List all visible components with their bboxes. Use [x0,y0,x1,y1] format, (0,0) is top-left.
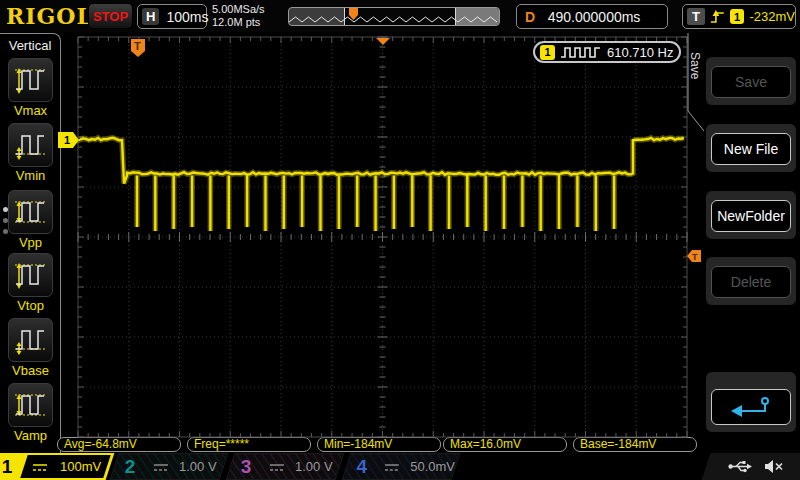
channel-4-number: 4 [347,456,376,478]
menu-tab-outline [684,33,706,133]
channel-3-block[interactable]: 3 1.00 V [226,453,345,480]
counter-value: 610.710 Hz [607,45,674,60]
channel-2-number: 2 [115,456,145,478]
frequency-counter: 1 610.710 Hz [533,41,681,63]
channel-3-scale: 1.00 V [295,459,333,474]
channel-status-bar: 1 100mV 2 1.00 V 3 1.00 V 4 50.0mV [0,453,800,480]
speaker-muted-icon [764,459,784,474]
channel-4-block[interactable]: 4 50.0mV [342,453,461,480]
dc-coupling-icon [32,462,48,472]
waveform-display: 1TT [0,0,800,453]
dc-coupling-icon [384,462,400,472]
channel-1-number: 1 [0,456,22,478]
channel-1-scale: 100mV [60,459,101,474]
channel-2-block[interactable]: 2 1.00 V [110,453,229,480]
channel-1-block[interactable]: 1 100mV [0,453,114,480]
svg-text:1: 1 [64,134,70,146]
channel-3-number: 3 [231,456,261,478]
dc-coupling-icon [153,462,169,472]
svg-text:T: T [692,252,698,262]
dc-coupling-icon [269,462,285,472]
oscilloscope-screen: { "brand": "RIGOL", "top_bar": { "run_st… [0,0,800,480]
status-icons-tab [702,453,800,480]
channel-4-scale: 50.0mV [410,459,455,474]
counter-source-badge: 1 [540,45,555,60]
trigger-center-marker [376,38,390,45]
svg-text:T: T [134,40,141,52]
channel-2-scale: 1.00 V [179,459,217,474]
usb-icon [728,460,752,473]
square-wave-icon [560,46,602,59]
